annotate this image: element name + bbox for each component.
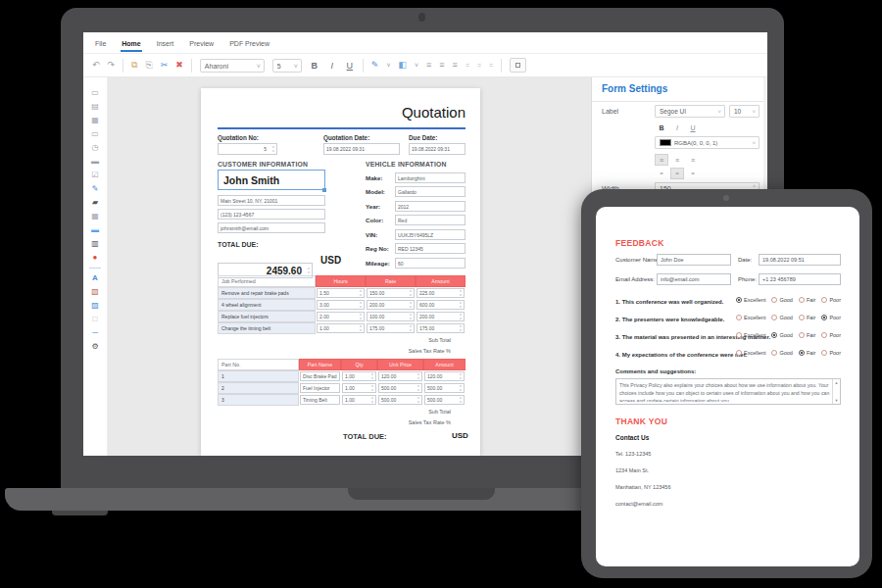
copy-icon[interactable]: ⧉ <box>131 61 137 70</box>
customer-email-input[interactable]: johnsmith@email.com <box>218 222 325 233</box>
radio-icon[interactable] <box>736 315 742 320</box>
label-color-combobox[interactable]: RGBA(0, 0, 0, 1) <box>655 136 760 149</box>
radio-icon[interactable] <box>821 315 827 320</box>
align-right-icon[interactable]: ≡ <box>453 61 458 70</box>
radio-option[interactable]: Good <box>771 332 792 338</box>
fill-color-icon[interactable]: ◧ <box>398 61 407 70</box>
masked-input-tool-icon[interactable]: ▭ <box>91 130 99 138</box>
radio-option[interactable]: Good <box>771 315 792 320</box>
label-bold-button[interactable]: B <box>655 122 668 133</box>
fill-color-dropdown-icon[interactable]: ˅ <box>415 62 418 69</box>
radio-option[interactable]: Poor <box>821 332 841 338</box>
job-rate-stepper[interactable]: 200.00 <box>367 300 415 310</box>
radio-option[interactable]: Poor <box>821 297 841 303</box>
radio-icon[interactable] <box>799 350 805 356</box>
label-italic-button[interactable]: I <box>670 122 684 133</box>
halign-left-button[interactable]: ≡ <box>655 154 668 166</box>
label-underline-button[interactable]: U <box>686 122 700 133</box>
job-rate-stepper[interactable]: 150.00 <box>367 288 415 298</box>
checkbox-tool-icon[interactable]: ☑ <box>91 172 98 179</box>
job-amount-stepper[interactable]: 175.00 <box>416 323 465 333</box>
menu-file[interactable]: File <box>94 34 107 52</box>
vehicle-mileage-input[interactable]: 60 <box>395 258 466 269</box>
radio-icon[interactable] <box>771 315 777 320</box>
radio-icon[interactable] <box>771 350 777 356</box>
scroll-up-icon[interactable]: ▲ <box>835 380 839 385</box>
part-name-input[interactable]: Fuel Injector <box>300 383 340 393</box>
feedback-email-input[interactable]: info@email.com <box>657 273 731 285</box>
vehicle-regno-input[interactable]: RED 12345 <box>395 243 466 254</box>
font-color-dropdown-icon[interactable]: ˅ <box>386 62 390 69</box>
part-unitprice-stepper[interactable]: 120.00 <box>378 371 422 381</box>
menu-home[interactable]: Home <box>121 34 141 52</box>
part-unitprice-stepper[interactable]: 500.00 <box>378 383 422 393</box>
feedback-date-input[interactable]: 19.08.2022 09:51 <box>759 254 841 266</box>
job-hours-stepper[interactable]: 1.50 <box>317 288 365 298</box>
halign-right-button[interactable]: ≡ <box>686 154 700 166</box>
quotation-no-stepper[interactable]: 5 <box>218 143 277 155</box>
radio-icon[interactable] <box>799 297 805 303</box>
job-hours-stepper[interactable]: 2.00 <box>317 312 365 321</box>
label-tool-icon[interactable]: ▬ <box>91 158 99 166</box>
radio-option[interactable]: Fair <box>799 350 815 356</box>
combobox-tool-icon[interactable]: ▤ <box>91 103 99 111</box>
radio-option[interactable]: Excellent <box>736 332 765 338</box>
textbox-tool-icon[interactable]: ▭ <box>91 89 99 97</box>
underline-button[interactable]: U <box>345 61 355 71</box>
radio-option[interactable]: Excellent <box>736 315 765 320</box>
radio-icon[interactable] <box>736 350 742 356</box>
datetime-tool-icon[interactable]: ◷ <box>92 144 99 152</box>
job-amount-stepper[interactable]: 200.00 <box>416 312 465 321</box>
font-size-combobox[interactable]: 5 <box>272 59 302 73</box>
valign-middle-icon[interactable]: = <box>477 62 481 69</box>
job-hours-stepper[interactable]: 1.00 <box>317 323 365 333</box>
grid-tool-icon[interactable]: ▦ <box>91 213 99 220</box>
radio-option[interactable]: Fair <box>799 332 815 338</box>
radio-icon[interactable] <box>771 297 777 303</box>
panel-tool-icon[interactable]: ▦ <box>91 117 99 124</box>
part-amount-stepper[interactable]: 500.00 <box>424 395 465 405</box>
valign-top-icon[interactable]: = <box>466 62 469 69</box>
line-tool-icon[interactable]: ─ <box>92 329 98 337</box>
vehicle-model-input[interactable]: Gallardo <box>395 186 466 197</box>
font-color-icon[interactable]: ✎ <box>371 61 379 70</box>
progressbar-tool-icon[interactable]: ▬ <box>91 226 99 234</box>
part-qty-stepper[interactable]: 1.00 <box>342 395 376 405</box>
radio-option[interactable]: Fair <box>799 315 815 320</box>
fullscreen-button[interactable] <box>510 58 526 73</box>
paste-icon[interactable]: ⎘ <box>146 61 153 70</box>
part-unitprice-stepper[interactable]: 500.00 <box>378 395 422 405</box>
part-name-input[interactable]: Timing Belt <box>300 395 340 405</box>
part-amount-stepper[interactable]: 500.00 <box>424 383 465 393</box>
picture-tool-icon[interactable]: ▧ <box>91 288 99 296</box>
vehicle-year-input[interactable]: 2012 <box>395 201 466 212</box>
quotation-date-input[interactable]: 19.08.2022 09:31 <box>323 143 400 155</box>
design-canvas[interactable]: Quotation Quotation No: Quotation Date: … <box>108 77 591 456</box>
radio-icon[interactable] <box>821 332 827 338</box>
radio-option[interactable]: Excellent <box>736 297 765 303</box>
image-tool-icon[interactable]: ▨ <box>91 302 99 310</box>
customer-phone-input[interactable]: (123) 123-4567 <box>218 209 325 220</box>
radio-icon[interactable] <box>736 332 742 338</box>
due-date-input[interactable]: 19.08.2022 09:31 <box>409 143 466 155</box>
menu-preview[interactable]: Preview <box>188 34 215 52</box>
scroll-down-icon[interactable]: ▼ <box>835 398 839 403</box>
cut-icon[interactable]: ✂ <box>161 61 169 70</box>
radio-icon[interactable] <box>821 350 827 356</box>
menu-insert[interactable]: Insert <box>156 34 175 52</box>
font-family-combobox[interactable]: Aharoni <box>200 59 265 73</box>
part-qty-stepper[interactable]: 1.00 <box>342 383 376 393</box>
radio-icon[interactable] <box>771 332 777 338</box>
feedback-phone-input[interactable]: +1 23 456789 <box>759 273 841 285</box>
radio-option[interactable]: Fair <box>799 297 815 303</box>
delete-icon[interactable]: ✖ <box>175 61 183 70</box>
radio-icon[interactable] <box>821 297 827 303</box>
barcode-tool-icon[interactable]: ▥ <box>91 240 99 248</box>
comments-textarea[interactable]: This Privacy Policy also explains your c… <box>615 378 841 405</box>
radio-icon[interactable] <box>736 297 742 303</box>
align-left-icon[interactable]: ≡ <box>426 61 431 70</box>
stamp-tool-icon[interactable]: ▰ <box>92 199 98 207</box>
radio-icon[interactable] <box>799 315 805 320</box>
radio-option[interactable]: Poor <box>821 315 841 320</box>
valign-middle-button[interactable]: = <box>670 168 684 179</box>
